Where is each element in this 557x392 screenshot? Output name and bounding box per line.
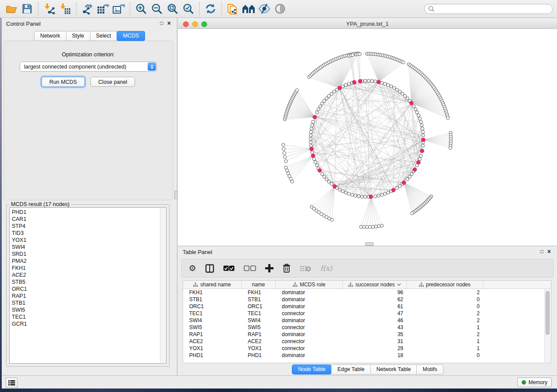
delete-columns-button[interactable] [283,264,291,273]
minimize-window-icon[interactable] [192,21,198,27]
export-table-button[interactable] [95,2,111,16]
mcds-result-item[interactable]: STB5 [12,279,166,285]
show-panels-button[interactable] [6,378,17,388]
show-graphics-details-button[interactable] [272,2,288,16]
table-row[interactable]: YOX1YOX1connector291 [183,345,551,352]
float-panel-icon[interactable]: □ [160,20,163,26]
optimization-criterion-select[interactable]: largest connected component (undirected) [20,62,157,72]
network-window-titlebar[interactable]: YPA_prune.txt_1 [178,19,557,29]
column-type-icon [293,282,298,287]
column-header-name[interactable]: name [242,281,276,289]
mcds-result-item[interactable]: PHD1 [12,209,166,216]
export-network-button[interactable] [80,2,95,16]
mcds-result-item[interactable]: GCR1 [12,320,166,327]
table-row[interactable]: STB1STB1dominator620 [183,296,551,303]
fit-selected-button[interactable] [180,2,196,16]
mcds-result-item[interactable]: TEC1 [12,313,166,320]
mcds-result-item[interactable]: RAP1 [12,292,166,299]
deselect-all-checkboxes-button[interactable] [244,265,256,271]
mcds-result-item[interactable]: PMA2 [12,258,166,265]
table-scrollbar-thumb[interactable] [546,291,550,335]
mcds-result-item[interactable]: SRD1 [12,251,166,258]
mcds-result-item[interactable]: ORC1 [12,285,166,292]
table-scrollbar[interactable] [544,289,550,362]
close-table-panel-icon[interactable]: × [547,248,551,254]
zoom-in-button[interactable] [133,2,149,16]
create-column-button[interactable] [265,264,273,272]
cytoscape-app-window: Control Panel □ × NetworkStyleSelectMCDS… [0,0,557,392]
delete-table-button[interactable] [300,265,311,272]
tab-mcds[interactable]: MCDS [117,31,145,41]
mcds-result-item[interactable]: CAR1 [12,216,166,223]
export-image-button[interactable] [111,2,127,16]
columns-icon [205,264,214,273]
tab-network-table[interactable]: Network Table [370,364,417,375]
table-row[interactable]: RAP1RAP1dominator352 [183,331,551,338]
splitpane-divider-grip-vertical[interactable] [174,191,178,199]
table-cell: 29 [343,345,407,352]
hide-graphics-details-button[interactable] [256,2,272,16]
network-canvas[interactable] [178,29,557,246]
maximize-window-icon[interactable] [201,21,207,27]
table-cell: ACE2 [242,338,276,345]
table-row[interactable]: ORC1ORC1dominator610 [183,303,551,310]
mcds-result-item[interactable]: ACE2 [12,272,166,279]
clone-network-icon [227,3,239,15]
first-neighbors-button[interactable] [241,2,256,16]
mcds-result-list[interactable]: PHD1CAR1STP4TID3YOX1SWI4SRD1PMA2FKH1ACE2… [9,207,166,364]
mcds-result-item[interactable]: STB1 [12,299,166,306]
tab-style[interactable]: Style [66,31,90,41]
table-row[interactable]: ACE2ACE2connector311 [183,338,551,345]
fit-content-button[interactable] [165,2,180,16]
zoom-out-button[interactable] [149,2,165,16]
memory-button[interactable]: Memory [517,378,552,387]
run-mcds-button[interactable]: Run MCDS [42,77,85,87]
search-field[interactable] [424,4,553,14]
table-panel-tabs: Node TableEdge TableNetwork TableMotifs [178,364,557,375]
result-list-scrollbar[interactable] [160,208,166,363]
table-row[interactable]: PHD1PHD1dominator180 [183,352,551,359]
tab-network[interactable]: Network [34,31,66,41]
close-panel-icon[interactable]: × [167,20,171,26]
refresh-view-button[interactable] [203,2,218,16]
search-input[interactable] [435,6,549,12]
table-row[interactable]: TEC1TEC1connector472 [183,310,551,317]
import-network-button[interactable] [42,2,57,16]
mcds-result-item[interactable]: FKH1 [12,265,166,272]
mcds-result-item[interactable]: TID3 [12,230,166,237]
show-columns-button[interactable] [205,264,214,273]
column-header-MCDS-role[interactable]: MCDS role [276,281,343,289]
tab-motifs[interactable]: Motifs [416,364,443,375]
tab-edge-table[interactable]: Edge Table [331,364,370,375]
splitpane-divider-grip-horizontal[interactable] [365,242,374,246]
mcds-tab-content: Optimization criterion: largest connecte… [3,41,173,200]
clone-network-button[interactable] [225,2,241,16]
tab-node-table[interactable]: Node Table [292,364,332,375]
column-header-shared-name[interactable]: shared name [183,281,242,289]
close-window-icon[interactable] [183,21,189,27]
table-cell: dominator [276,352,343,359]
mcds-result-item[interactable]: STP4 [12,223,166,230]
table-row[interactable]: SWI4SWI4dominator462 [183,317,551,324]
mcds-result-item[interactable]: YOX1 [12,237,166,244]
network-graph[interactable] [178,29,557,246]
table-row[interactable]: FKH1FKH1dominator962 [183,289,551,296]
function-builder-button[interactable]: f(x) [320,264,332,272]
toolbar-separator [38,2,38,15]
table-cell: dominator [276,331,343,338]
import-table-button[interactable] [57,2,73,16]
tab-select[interactable]: Select [90,31,118,41]
select-all-checkboxes-button[interactable] [223,265,235,271]
traffic-lights [183,21,207,27]
close-panel-button[interactable]: Close panel [90,77,135,87]
save-session-button[interactable] [19,2,35,16]
mcds-result-item[interactable]: SWI5 [12,306,166,313]
table-row[interactable]: SWI5SWI5connector431 [183,324,551,331]
column-header-successor-nodes[interactable]: successor nodes [343,281,407,289]
mcds-result-item[interactable]: SWI4 [12,244,166,251]
open-file-button[interactable] [3,2,19,16]
table-options-button[interactable]: ⚙ [189,264,196,273]
control-panel: Control Panel □ × NetworkStyleSelectMCDS… [2,18,177,375]
float-table-panel-icon[interactable]: □ [540,248,543,254]
column-header-predecessor-nodes[interactable]: predecessor nodes [407,281,483,289]
